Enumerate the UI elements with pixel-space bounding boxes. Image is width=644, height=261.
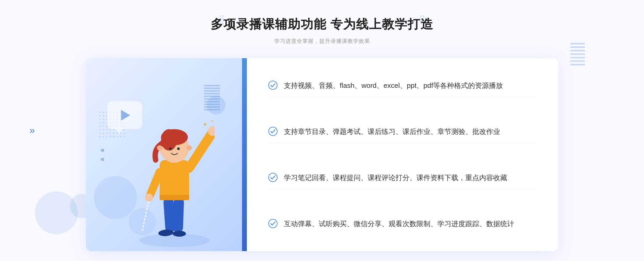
svg-text:✦: ✦ [203, 121, 207, 128]
human-figure-illustration: ✦ ✦ [134, 101, 215, 251]
main-title: 多项录播课辅助功能 专为线上教学打造 [211, 16, 434, 33]
feature-text-1: 支持视频、音频、flash、word、excel、ppt、pdf等各种格式的资源… [284, 80, 503, 91]
feature-text-2: 支持章节目录、弹题考试、课后练习、课后作业、章节测验、批改作业 [284, 126, 500, 137]
sub-title: 学习进度全掌握，提升录播课教学效果 [211, 38, 434, 45]
check-icon-2 [268, 127, 277, 136]
check-icon-1 [268, 81, 277, 90]
svg-rect-2 [173, 197, 184, 232]
svg-rect-6 [160, 195, 189, 200]
content-card: « « [86, 58, 558, 251]
check-icon-4 [268, 219, 277, 228]
svg-point-16 [177, 147, 180, 150]
svg-point-15 [169, 147, 172, 150]
svg-point-10 [145, 193, 153, 202]
feature-text-4: 互动弹幕、试听购买、微信分享、观看次数限制、学习进度跟踪、数据统计 [284, 218, 514, 230]
right-panel: 支持视频、音频、flash、word、excel、ppt、pdf等各种格式的资源… [247, 58, 558, 251]
feature-item-3: 学习笔记回看、课程提问、课程评论打分、课件资料下载，重点内容收藏 [268, 166, 537, 189]
svg-text:✦: ✦ [211, 119, 214, 123]
feature-item-2: 支持章节目录、弹题考试、课后练习、课后作业、章节测验、批改作业 [268, 120, 537, 143]
feature-item-1: 支持视频、音频、flash、word、excel、ppt、pdf等各种格式的资源… [268, 74, 537, 97]
svg-point-23 [269, 173, 277, 182]
check-icon-3 [268, 173, 277, 182]
blue-accent-bar [242, 58, 247, 251]
svg-point-18 [186, 145, 192, 151]
left-illustration-panel: « « [86, 58, 247, 251]
svg-line-7 [189, 133, 212, 168]
page-container: » 多项录播课辅助功能 专为线上教学打造 学习进度全掌握，提升录播课教学效果 [0, 0, 644, 261]
svg-point-22 [269, 127, 277, 136]
svg-rect-5 [160, 160, 189, 200]
deco-circle-1 [94, 176, 137, 219]
deco-circle-outer-1 [35, 191, 78, 234]
svg-point-17 [157, 145, 162, 151]
outer-chevrons-left: » [30, 125, 35, 136]
svg-point-4 [173, 231, 186, 237]
svg-point-21 [269, 81, 277, 90]
svg-point-24 [269, 219, 277, 228]
stripe-outer-right [570, 43, 585, 65]
header-section: 多项录播课辅助功能 专为线上教学打造 学习进度全掌握，提升录播课教学效果 [211, 16, 434, 45]
play-icon [121, 110, 130, 121]
left-chevrons: « « [101, 146, 104, 164]
feature-text-3: 学习笔记回看、课程提问、课程评论打分、课件资料下载，重点内容收藏 [284, 172, 507, 184]
svg-line-9 [150, 172, 160, 195]
feature-item-4: 互动弹幕、试听购买、微信分享、观看次数限制、学习进度跟踪、数据统计 [268, 212, 537, 235]
